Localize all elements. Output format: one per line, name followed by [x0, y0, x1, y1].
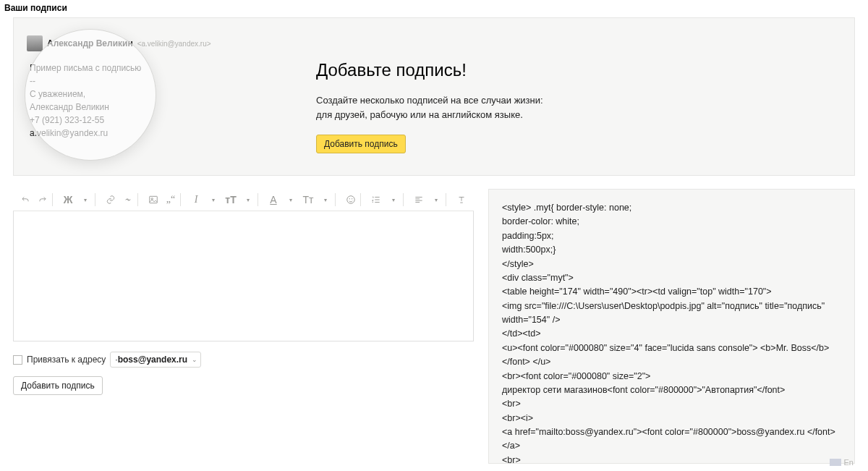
text-color-icon[interactable]: A: [267, 193, 280, 206]
clear-format-icon[interactable]: [455, 193, 468, 206]
preview-line: +7 (921) 323-12-55: [30, 114, 222, 127]
align-icon[interactable]: [412, 193, 425, 206]
promo-panel: Александр Великин <a.velikin@yandex.ru> …: [13, 17, 855, 176]
language-switch[interactable]: En: [830, 458, 854, 467]
chevron-down-icon[interactable]: ▾: [207, 193, 220, 206]
html-source-panel[interactable]: <style> .myt{ border-style: none; border…: [488, 189, 855, 464]
preview-line: --: [30, 75, 222, 88]
add-signature-button[interactable]: Добавить подпись: [13, 376, 103, 395]
editor-toolbar: Ж ▾ „“ I ▾ тТ ▾ A: [13, 189, 474, 211]
bold-icon[interactable]: Ж: [61, 193, 75, 206]
chevron-down-icon[interactable]: ▾: [284, 193, 297, 206]
preview-user-line: Александр Великин <a.velikin@yandex.ru>: [27, 35, 222, 51]
bind-to-address-label: Привязать к адресу: [27, 355, 106, 365]
chevron-down-icon[interactable]: ▾: [79, 193, 92, 206]
preview-line: Пример письма с подписью: [30, 61, 222, 75]
preview-line: a.velikin@yandex.ru: [30, 127, 222, 140]
heading-icon[interactable]: тТ: [224, 193, 237, 206]
preview-line: С уважением,: [30, 88, 222, 101]
signature-preview: Александр Великин <a.velikin@yandex.ru> …: [27, 31, 222, 153]
chevron-down-icon[interactable]: ▾: [242, 193, 255, 206]
preview-user-name: Александр Великин: [47, 38, 133, 48]
chevron-down-icon[interactable]: ▾: [387, 193, 400, 206]
promo-heading: Добавьте подпись!: [316, 60, 543, 80]
chevron-down-icon[interactable]: ▾: [430, 193, 443, 206]
italic-icon[interactable]: I: [190, 193, 203, 206]
svg-point-3: [349, 199, 350, 200]
signature-editor[interactable]: [13, 211, 474, 341]
svg-point-4: [352, 199, 352, 200]
undo-icon[interactable]: [19, 193, 32, 206]
add-signature-button-promo[interactable]: Добавить подпись: [316, 135, 406, 153]
emoji-icon[interactable]: [344, 193, 357, 206]
svg-point-2: [347, 196, 355, 204]
quote-icon[interactable]: „“: [164, 193, 177, 206]
redo-icon[interactable]: [36, 193, 49, 206]
preview-user-email: <a.velikin@yandex.ru>: [137, 40, 211, 48]
gb-flag-icon: [830, 459, 841, 466]
preview-line: Александр Великин: [30, 101, 222, 114]
image-icon[interactable]: [147, 193, 160, 206]
avatar: [27, 35, 43, 51]
unlink-icon[interactable]: [122, 193, 135, 206]
svg-rect-0: [150, 196, 158, 203]
address-select[interactable]: ·boss@yandex.ru ⌄: [110, 352, 201, 368]
section-title: Ваши подписи: [0, 0, 868, 17]
font-size-icon[interactable]: Тт: [302, 193, 315, 206]
numbered-list-icon[interactable]: [370, 193, 383, 206]
bind-to-address-checkbox[interactable]: [13, 355, 22, 365]
chevron-down-icon[interactable]: ▾: [319, 193, 332, 206]
chevron-down-icon: ⌄: [192, 356, 197, 363]
link-icon[interactable]: [104, 193, 117, 206]
promo-text: Создайте несколько подписей на все случа…: [316, 93, 543, 122]
